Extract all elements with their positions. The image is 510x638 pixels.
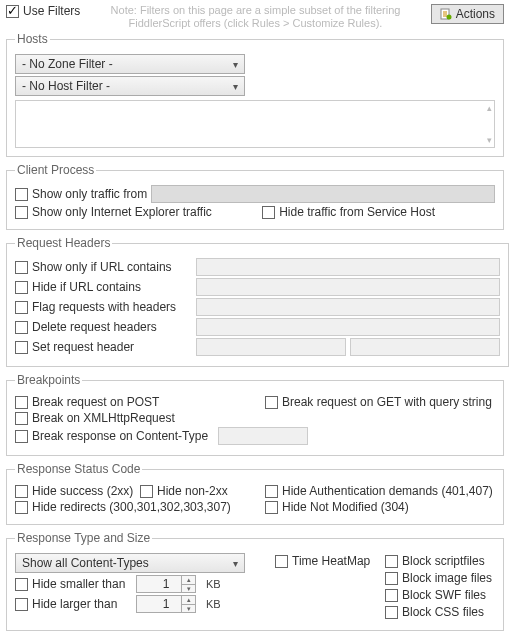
request-headers-legend: Request Headers bbox=[15, 236, 112, 250]
hide-2xx-checkbox[interactable] bbox=[15, 485, 28, 498]
chevron-down-icon: ▾ bbox=[233, 558, 238, 569]
break-on-xhr-checkbox[interactable] bbox=[15, 412, 28, 425]
block-image-checkbox[interactable] bbox=[385, 572, 398, 585]
actions-button[interactable]: Actions bbox=[431, 4, 504, 24]
set-header-label: Set request header bbox=[32, 340, 192, 354]
hide-if-url-input[interactable] bbox=[196, 278, 500, 296]
hide-auth-label: Hide Authentication demands (401,407) bbox=[282, 484, 493, 498]
hide-larger-label: Hide larger than bbox=[32, 597, 132, 611]
hide-redirects-checkbox[interactable] bbox=[15, 501, 28, 514]
hide-not-modified-checkbox[interactable] bbox=[265, 501, 278, 514]
break-on-content-type-checkbox[interactable] bbox=[15, 430, 28, 443]
hosts-textarea[interactable]: ▴ ▾ bbox=[15, 100, 495, 148]
content-types-value: Show all Content-Types bbox=[22, 556, 149, 570]
scroll-up-icon[interactable]: ▴ bbox=[487, 103, 492, 113]
time-heatmap-checkbox[interactable] bbox=[275, 555, 288, 568]
process-select[interactable] bbox=[151, 185, 495, 203]
break-on-get-label: Break request on GET with query string bbox=[282, 395, 492, 409]
kb-label: KB bbox=[206, 578, 221, 590]
spin-up-icon[interactable]: ▴ bbox=[182, 596, 195, 605]
block-script-checkbox[interactable] bbox=[385, 555, 398, 568]
block-css-checkbox[interactable] bbox=[385, 606, 398, 619]
hide-larger-value: 1 bbox=[163, 597, 170, 611]
hide-non-2xx-label: Hide non-2xx bbox=[157, 484, 228, 498]
hosts-group: Hosts - No Zone Filter - ▾ - No Host Fil… bbox=[6, 32, 504, 157]
hide-service-host-label: Hide traffic from Service Host bbox=[279, 205, 435, 219]
hide-service-host-checkbox[interactable] bbox=[262, 206, 275, 219]
hosts-legend: Hosts bbox=[15, 32, 50, 46]
actions-icon bbox=[440, 8, 452, 20]
set-header-checkbox[interactable] bbox=[15, 341, 28, 354]
hide-if-url-label: Hide if URL contains bbox=[32, 280, 192, 294]
hide-if-url-checkbox[interactable] bbox=[15, 281, 28, 294]
hide-not-modified-label: Hide Not Modified (304) bbox=[282, 500, 409, 514]
breakpoints-group: Breakpoints Break request on POST Break … bbox=[6, 373, 504, 456]
block-swf-label: Block SWF files bbox=[402, 588, 486, 602]
breakpoints-legend: Breakpoints bbox=[15, 373, 82, 387]
spin-down-icon[interactable]: ▾ bbox=[182, 605, 195, 613]
zone-filter-select[interactable]: - No Zone Filter - ▾ bbox=[15, 54, 245, 74]
svg-point-1 bbox=[446, 15, 451, 20]
client-process-group: Client Process Show only traffic from Sh… bbox=[6, 163, 504, 230]
hide-smaller-value: 1 bbox=[163, 577, 170, 591]
delete-headers-checkbox[interactable] bbox=[15, 321, 28, 334]
show-only-if-url-input[interactable] bbox=[196, 258, 500, 276]
show-only-ie-label: Show only Internet Explorer traffic bbox=[32, 205, 212, 219]
client-process-legend: Client Process bbox=[15, 163, 96, 177]
delete-headers-label: Delete request headers bbox=[32, 320, 192, 334]
host-filter-value: - No Host Filter - bbox=[22, 79, 110, 93]
show-only-if-url-checkbox[interactable] bbox=[15, 261, 28, 274]
show-only-ie-checkbox[interactable] bbox=[15, 206, 28, 219]
show-only-traffic-from-checkbox[interactable] bbox=[15, 188, 28, 201]
content-types-select[interactable]: Show all Content-Types ▾ bbox=[15, 553, 245, 573]
time-heatmap-label: Time HeatMap bbox=[292, 554, 370, 568]
actions-label: Actions bbox=[456, 7, 495, 21]
hide-auth-checkbox[interactable] bbox=[265, 485, 278, 498]
response-type-group: Response Type and Size Show all Content-… bbox=[6, 531, 504, 631]
block-css-label: Block CSS files bbox=[402, 605, 484, 619]
hide-larger-checkbox[interactable] bbox=[15, 598, 28, 611]
hide-2xx-label: Hide success (2xx) bbox=[32, 484, 133, 498]
checkbox-icon bbox=[6, 5, 19, 18]
flag-headers-input[interactable] bbox=[196, 298, 500, 316]
block-swf-checkbox[interactable] bbox=[385, 589, 398, 602]
response-status-group: Response Status Code Hide success (2xx) … bbox=[6, 462, 504, 525]
show-only-traffic-from-label: Show only traffic from bbox=[32, 187, 147, 201]
response-type-legend: Response Type and Size bbox=[15, 531, 152, 545]
flag-headers-checkbox[interactable] bbox=[15, 301, 28, 314]
hide-smaller-label: Hide smaller than bbox=[32, 577, 132, 591]
spin-up-icon[interactable]: ▴ bbox=[182, 576, 195, 585]
flag-headers-label: Flag requests with headers bbox=[32, 300, 192, 314]
hide-smaller-spinner[interactable]: 1 ▴ ▾ bbox=[136, 575, 196, 593]
request-headers-group: Request Headers Show only if URL contain… bbox=[6, 236, 509, 367]
block-image-label: Block image files bbox=[402, 571, 492, 585]
block-script-label: Block scriptfiles bbox=[402, 554, 485, 568]
zone-filter-value: - No Zone Filter - bbox=[22, 57, 113, 71]
scroll-down-icon[interactable]: ▾ bbox=[487, 135, 492, 145]
host-filter-select[interactable]: - No Host Filter - ▾ bbox=[15, 76, 245, 96]
break-on-post-checkbox[interactable] bbox=[15, 396, 28, 409]
use-filters-label: Use Filters bbox=[23, 4, 80, 18]
kb-label: KB bbox=[206, 598, 221, 610]
delete-headers-input[interactable] bbox=[196, 318, 500, 336]
set-header-value-input[interactable] bbox=[350, 338, 500, 356]
set-header-name-input[interactable] bbox=[196, 338, 346, 356]
hide-non-2xx-checkbox[interactable] bbox=[140, 485, 153, 498]
break-on-post-label: Break request on POST bbox=[32, 395, 159, 409]
break-on-get-checkbox[interactable] bbox=[265, 396, 278, 409]
chevron-down-icon: ▾ bbox=[233, 81, 238, 92]
hide-larger-spinner[interactable]: 1 ▴ ▾ bbox=[136, 595, 196, 613]
response-status-legend: Response Status Code bbox=[15, 462, 142, 476]
hide-smaller-checkbox[interactable] bbox=[15, 578, 28, 591]
filters-note: Note: Filters on this page are a simple … bbox=[80, 4, 430, 30]
break-on-content-type-label: Break response on Content-Type bbox=[32, 429, 208, 443]
spin-down-icon[interactable]: ▾ bbox=[182, 585, 195, 593]
use-filters-checkbox[interactable]: Use Filters bbox=[6, 4, 80, 18]
break-on-xhr-label: Break on XMLHttpRequest bbox=[32, 411, 175, 425]
show-only-if-url-label: Show only if URL contains bbox=[32, 260, 192, 274]
chevron-down-icon: ▾ bbox=[233, 59, 238, 70]
